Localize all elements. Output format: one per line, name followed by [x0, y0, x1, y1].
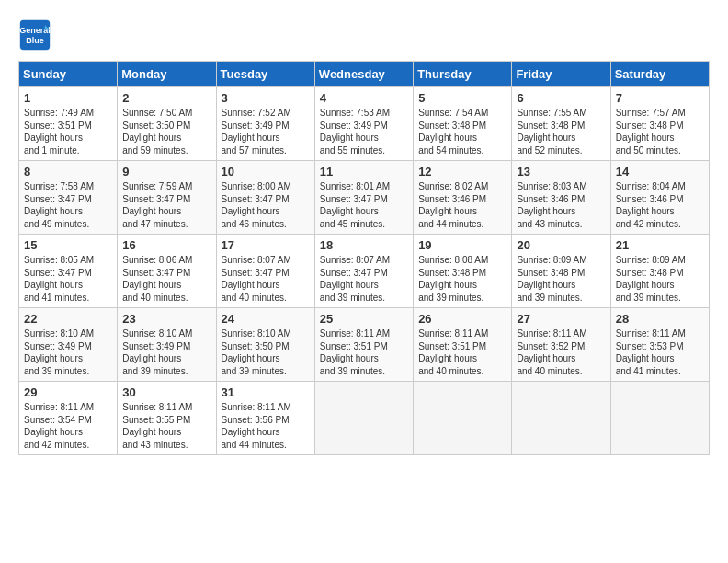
day-number: 10 [222, 165, 310, 178]
day-number: 8 [24, 165, 112, 178]
day-number: 13 [517, 165, 605, 178]
day-info: Sunrise: 8:04 AMSunset: 3:46 PMDaylight … [616, 180, 704, 230]
calendar-cell [610, 382, 709, 455]
calendar-cell: 8Sunrise: 7:58 AMSunset: 3:47 PMDaylight… [19, 161, 118, 235]
day-info: Sunrise: 8:06 AMSunset: 3:47 PMDaylight … [122, 254, 210, 304]
calendar-cell: 23Sunrise: 8:10 AMSunset: 3:49 PMDayligh… [118, 308, 216, 382]
calendar-cell: 9Sunrise: 7:59 AMSunset: 3:47 PMDaylight… [118, 161, 216, 235]
day-info: Sunrise: 8:03 AMSunset: 3:46 PMDaylight … [517, 180, 605, 230]
calendar-cell [414, 382, 512, 455]
calendar-cell: 13Sunrise: 8:03 AMSunset: 3:46 PMDayligh… [512, 161, 610, 235]
calendar-week-3: 15Sunrise: 8:05 AMSunset: 3:47 PMDayligh… [19, 235, 710, 308]
calendar-cell: 22Sunrise: 8:10 AMSunset: 3:49 PMDayligh… [19, 308, 118, 382]
day-info: Sunrise: 8:07 AMSunset: 3:47 PMDaylight … [320, 254, 408, 304]
calendar-cell: 29Sunrise: 8:11 AMSunset: 3:54 PMDayligh… [19, 382, 118, 455]
day-number: 4 [320, 91, 408, 105]
calendar-cell: 16Sunrise: 8:06 AMSunset: 3:47 PMDayligh… [118, 235, 216, 308]
day-info: Sunrise: 8:08 AMSunset: 3:48 PMDaylight … [418, 254, 506, 304]
day-info: Sunrise: 7:59 AMSunset: 3:47 PMDaylight … [122, 180, 210, 230]
day-number: 23 [122, 312, 210, 326]
day-number: 18 [320, 238, 408, 252]
day-number: 20 [517, 238, 605, 252]
day-number: 22 [24, 312, 112, 326]
day-info: Sunrise: 8:07 AMSunset: 3:47 PMDaylight … [222, 254, 310, 304]
day-number: 12 [418, 165, 506, 178]
day-info: Sunrise: 8:11 AMSunset: 3:54 PMDaylight … [24, 401, 112, 451]
day-info: Sunrise: 8:05 AMSunset: 3:47 PMDaylight … [24, 254, 112, 304]
calendar-cell: 28Sunrise: 8:11 AMSunset: 3:53 PMDayligh… [610, 308, 709, 382]
day-header-thursday: Thursday [414, 62, 512, 87]
calendar-cell [314, 382, 413, 455]
calendar-cell: 21Sunrise: 8:09 AMSunset: 3:48 PMDayligh… [610, 235, 709, 308]
calendar-cell: 4Sunrise: 7:53 AMSunset: 3:49 PMDaylight… [314, 87, 413, 161]
day-number: 17 [222, 238, 310, 252]
calendar-cell: 7Sunrise: 7:57 AMSunset: 3:48 PMDaylight… [610, 87, 709, 161]
day-number: 15 [24, 238, 112, 252]
day-info: Sunrise: 8:11 AMSunset: 3:51 PMDaylight … [320, 327, 408, 377]
day-header-saturday: Saturday [610, 62, 709, 87]
logo-icon: General Blue [18, 18, 51, 52]
day-info: Sunrise: 8:11 AMSunset: 3:56 PMDaylight … [222, 401, 310, 451]
page-header: General Blue [18, 18, 710, 52]
day-info: Sunrise: 8:11 AMSunset: 3:53 PMDaylight … [616, 327, 704, 377]
day-info: Sunrise: 7:57 AMSunset: 3:48 PMDaylight … [616, 107, 704, 156]
day-number: 28 [616, 312, 704, 326]
calendar-cell: 25Sunrise: 8:11 AMSunset: 3:51 PMDayligh… [314, 308, 413, 382]
calendar-cell: 3Sunrise: 7:52 AMSunset: 3:49 PMDaylight… [216, 87, 314, 161]
day-header-friday: Friday [512, 62, 610, 87]
logo: General Blue [18, 18, 57, 52]
day-number: 16 [122, 238, 210, 252]
day-number: 29 [24, 385, 112, 399]
day-number: 19 [418, 238, 506, 252]
svg-text:Blue: Blue [26, 36, 44, 45]
calendar-cell: 24Sunrise: 8:10 AMSunset: 3:50 PMDayligh… [216, 308, 314, 382]
day-header-wednesday: Wednesday [314, 62, 413, 87]
day-number: 2 [122, 91, 210, 105]
day-number: 31 [222, 385, 310, 399]
day-info: Sunrise: 7:53 AMSunset: 3:49 PMDaylight … [320, 107, 408, 156]
day-info: Sunrise: 8:02 AMSunset: 3:46 PMDaylight … [418, 180, 506, 230]
day-number: 1 [24, 91, 112, 105]
calendar-cell [512, 382, 610, 455]
day-number: 5 [418, 91, 506, 105]
calendar-week-2: 8Sunrise: 7:58 AMSunset: 3:47 PMDaylight… [19, 161, 710, 235]
calendar-cell: 12Sunrise: 8:02 AMSunset: 3:46 PMDayligh… [414, 161, 512, 235]
day-info: Sunrise: 8:09 AMSunset: 3:48 PMDaylight … [616, 254, 704, 304]
day-info: Sunrise: 8:11 AMSunset: 3:55 PMDaylight … [122, 401, 210, 451]
day-number: 14 [616, 165, 704, 178]
calendar-cell: 20Sunrise: 8:09 AMSunset: 3:48 PMDayligh… [512, 235, 610, 308]
day-number: 26 [418, 312, 506, 326]
calendar-cell: 18Sunrise: 8:07 AMSunset: 3:47 PMDayligh… [314, 235, 413, 308]
day-info: Sunrise: 7:52 AMSunset: 3:49 PMDaylight … [222, 107, 310, 156]
calendar-cell: 6Sunrise: 7:55 AMSunset: 3:48 PMDaylight… [512, 87, 610, 161]
calendar-cell: 31Sunrise: 8:11 AMSunset: 3:56 PMDayligh… [216, 382, 314, 455]
day-number: 27 [517, 312, 605, 326]
calendar-cell: 11Sunrise: 8:01 AMSunset: 3:47 PMDayligh… [314, 161, 413, 235]
calendar-cell: 19Sunrise: 8:08 AMSunset: 3:48 PMDayligh… [414, 235, 512, 308]
day-info: Sunrise: 8:09 AMSunset: 3:48 PMDaylight … [517, 254, 605, 304]
day-number: 24 [222, 312, 310, 326]
day-info: Sunrise: 7:50 AMSunset: 3:50 PMDaylight … [122, 107, 210, 156]
day-number: 21 [616, 238, 704, 252]
day-info: Sunrise: 8:10 AMSunset: 3:49 PMDaylight … [122, 327, 210, 377]
calendar-cell: 27Sunrise: 8:11 AMSunset: 3:52 PMDayligh… [512, 308, 610, 382]
calendar-cell: 26Sunrise: 8:11 AMSunset: 3:51 PMDayligh… [414, 308, 512, 382]
day-number: 6 [517, 91, 605, 105]
calendar-cell: 1Sunrise: 7:49 AMSunset: 3:51 PMDaylight… [19, 87, 118, 161]
calendar-cell: 30Sunrise: 8:11 AMSunset: 3:55 PMDayligh… [118, 382, 216, 455]
day-info: Sunrise: 7:54 AMSunset: 3:48 PMDaylight … [418, 107, 506, 156]
calendar-cell: 5Sunrise: 7:54 AMSunset: 3:48 PMDaylight… [414, 87, 512, 161]
day-header-monday: Monday [118, 62, 216, 87]
calendar-table: SundayMondayTuesdayWednesdayThursdayFrid… [18, 61, 710, 455]
day-number: 30 [122, 385, 210, 399]
day-number: 11 [320, 165, 408, 178]
day-info: Sunrise: 7:58 AMSunset: 3:47 PMDaylight … [24, 180, 112, 230]
day-header-sunday: Sunday [19, 62, 118, 87]
calendar-cell: 17Sunrise: 8:07 AMSunset: 3:47 PMDayligh… [216, 235, 314, 308]
day-number: 3 [222, 91, 310, 105]
calendar-week-5: 29Sunrise: 8:11 AMSunset: 3:54 PMDayligh… [19, 382, 710, 455]
day-info: Sunrise: 8:11 AMSunset: 3:51 PMDaylight … [418, 327, 506, 377]
calendar-cell: 10Sunrise: 8:00 AMSunset: 3:47 PMDayligh… [216, 161, 314, 235]
calendar-cell: 15Sunrise: 8:05 AMSunset: 3:47 PMDayligh… [19, 235, 118, 308]
day-info: Sunrise: 8:10 AMSunset: 3:49 PMDaylight … [24, 327, 112, 377]
